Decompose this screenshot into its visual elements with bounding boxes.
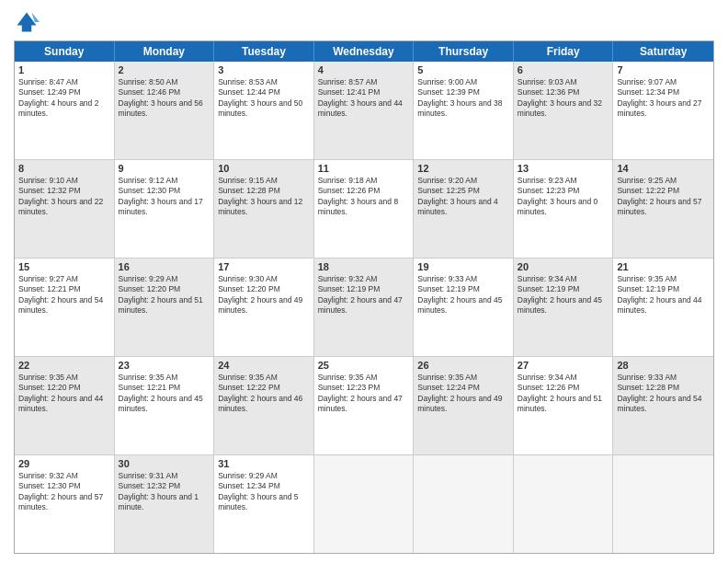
day-number: 6: [518, 64, 609, 75]
cell-info: Sunrise: 9:34 AM Sunset: 12:26 PM Daylig…: [518, 373, 609, 415]
day-cell-26: 26Sunrise: 9:35 AM Sunset: 12:24 PM Dayl…: [414, 357, 514, 454]
day-number: 21: [617, 261, 710, 272]
cell-info: Sunrise: 9:29 AM Sunset: 12:20 PM Daylig…: [119, 274, 210, 316]
cell-info: Sunrise: 8:53 AM Sunset: 12:44 PM Daylig…: [218, 77, 310, 120]
cell-info: Sunrise: 9:23 AM Sunset: 12:23 PM Daylig…: [518, 176, 609, 218]
day-cell-16: 16Sunrise: 9:29 AM Sunset: 12:20 PM Dayl…: [115, 259, 215, 356]
day-cell-9: 9Sunrise: 9:12 AM Sunset: 12:30 PM Dayli…: [115, 160, 215, 258]
day-number: 14: [617, 163, 710, 174]
day-cell-31: 31Sunrise: 9:29 AM Sunset: 12:34 PM Dayl…: [214, 455, 314, 553]
day-cell-30: 30Sunrise: 9:31 AM Sunset: 12:32 PM Dayl…: [115, 455, 215, 553]
day-number: 26: [417, 360, 509, 371]
day-cell-6: 6Sunrise: 9:03 AM Sunset: 12:36 PM Dayli…: [514, 62, 614, 159]
logo: [14, 9, 43, 35]
cell-info: Sunrise: 9:34 AM Sunset: 12:19 PM Daylig…: [518, 274, 609, 316]
day-cell-28: 28Sunrise: 9:33 AM Sunset: 12:28 PM Dayl…: [613, 357, 713, 454]
cell-info: Sunrise: 9:32 AM Sunset: 12:30 PM Daylig…: [18, 471, 110, 513]
day-number: 5: [417, 64, 509, 75]
calendar-body: 1Sunrise: 8:47 AM Sunset: 12:49 PM Dayli…: [15, 62, 713, 553]
empty-cell-4-5: [514, 455, 614, 553]
header-day-thursday: Thursday: [414, 41, 514, 62]
day-number: 24: [218, 360, 310, 371]
day-number: 17: [218, 261, 310, 272]
cell-info: Sunrise: 9:18 AM Sunset: 12:26 PM Daylig…: [318, 176, 410, 218]
header-day-sunday: Sunday: [15, 41, 115, 62]
calendar-row-4: 29Sunrise: 9:32 AM Sunset: 12:30 PM Dayl…: [15, 455, 713, 553]
cell-info: Sunrise: 8:57 AM Sunset: 12:41 PM Daylig…: [318, 77, 410, 120]
page: SundayMondayTuesdayWednesdayThursdayFrid…: [0, 0, 728, 563]
day-number: 3: [218, 64, 310, 75]
calendar-row-2: 15Sunrise: 9:27 AM Sunset: 12:21 PM Dayl…: [15, 259, 713, 357]
day-cell-13: 13Sunrise: 9:23 AM Sunset: 12:23 PM Dayl…: [514, 160, 614, 258]
day-cell-10: 10Sunrise: 9:15 AM Sunset: 12:28 PM Dayl…: [214, 160, 314, 258]
day-number: 25: [318, 360, 410, 371]
cell-info: Sunrise: 9:35 AM Sunset: 12:19 PM Daylig…: [617, 274, 710, 316]
day-number: 16: [119, 261, 210, 272]
day-number: 22: [18, 360, 110, 371]
day-cell-24: 24Sunrise: 9:35 AM Sunset: 12:22 PM Dayl…: [214, 357, 314, 454]
empty-cell-4-6: [613, 455, 713, 553]
cell-info: Sunrise: 9:20 AM Sunset: 12:25 PM Daylig…: [417, 176, 509, 218]
day-number: 18: [318, 261, 410, 272]
header-day-friday: Friday: [514, 41, 614, 62]
day-cell-23: 23Sunrise: 9:35 AM Sunset: 12:21 PM Dayl…: [115, 357, 215, 454]
empty-cell-4-3: [314, 455, 415, 553]
day-number: 23: [119, 360, 210, 371]
day-number: 31: [218, 458, 310, 469]
cell-info: Sunrise: 9:15 AM Sunset: 12:28 PM Daylig…: [218, 176, 310, 218]
header-day-wednesday: Wednesday: [314, 41, 415, 62]
day-cell-1: 1Sunrise: 8:47 AM Sunset: 12:49 PM Dayli…: [15, 62, 115, 159]
day-cell-11: 11Sunrise: 9:18 AM Sunset: 12:26 PM Dayl…: [314, 160, 415, 258]
empty-cell-4-4: [414, 455, 514, 553]
day-cell-8: 8Sunrise: 9:10 AM Sunset: 12:32 PM Dayli…: [15, 160, 115, 258]
day-number: 1: [18, 64, 110, 75]
day-cell-14: 14Sunrise: 9:25 AM Sunset: 12:22 PM Dayl…: [613, 160, 713, 258]
day-cell-7: 7Sunrise: 9:07 AM Sunset: 12:34 PM Dayli…: [613, 62, 713, 159]
calendar-row-3: 22Sunrise: 9:35 AM Sunset: 12:20 PM Dayl…: [15, 357, 713, 455]
cell-info: Sunrise: 9:33 AM Sunset: 12:28 PM Daylig…: [617, 373, 710, 415]
day-cell-21: 21Sunrise: 9:35 AM Sunset: 12:19 PM Dayl…: [613, 259, 713, 356]
cell-info: Sunrise: 9:03 AM Sunset: 12:36 PM Daylig…: [518, 77, 609, 120]
day-number: 27: [518, 360, 609, 371]
day-cell-3: 3Sunrise: 8:53 AM Sunset: 12:44 PM Dayli…: [214, 62, 314, 159]
cell-info: Sunrise: 9:35 AM Sunset: 12:22 PM Daylig…: [218, 373, 310, 415]
calendar-row-0: 1Sunrise: 8:47 AM Sunset: 12:49 PM Dayli…: [15, 62, 713, 160]
calendar-row-1: 8Sunrise: 9:10 AM Sunset: 12:32 PM Dayli…: [15, 160, 713, 259]
cell-info: Sunrise: 9:30 AM Sunset: 12:20 PM Daylig…: [218, 274, 310, 316]
cell-info: Sunrise: 9:12 AM Sunset: 12:30 PM Daylig…: [119, 176, 210, 218]
day-cell-22: 22Sunrise: 9:35 AM Sunset: 12:20 PM Dayl…: [15, 357, 115, 454]
cell-info: Sunrise: 8:47 AM Sunset: 12:49 PM Daylig…: [18, 77, 110, 120]
cell-info: Sunrise: 9:27 AM Sunset: 12:21 PM Daylig…: [18, 274, 110, 316]
day-number: 12: [417, 163, 509, 174]
day-number: 13: [518, 163, 609, 174]
day-number: 28: [617, 360, 710, 371]
cell-info: Sunrise: 9:00 AM Sunset: 12:39 PM Daylig…: [417, 77, 509, 120]
calendar-header: SundayMondayTuesdayWednesdayThursdayFrid…: [15, 41, 713, 62]
cell-info: Sunrise: 9:35 AM Sunset: 12:23 PM Daylig…: [318, 373, 410, 415]
calendar: SundayMondayTuesdayWednesdayThursdayFrid…: [14, 40, 714, 554]
day-number: 11: [318, 163, 410, 174]
cell-info: Sunrise: 9:31 AM Sunset: 12:32 PM Daylig…: [119, 471, 210, 513]
day-cell-19: 19Sunrise: 9:33 AM Sunset: 12:19 PM Dayl…: [414, 259, 514, 356]
day-cell-12: 12Sunrise: 9:20 AM Sunset: 12:25 PM Dayl…: [414, 160, 514, 258]
day-number: 9: [119, 163, 210, 174]
day-number: 4: [318, 64, 410, 75]
cell-info: Sunrise: 9:29 AM Sunset: 12:34 PM Daylig…: [218, 471, 310, 513]
day-cell-17: 17Sunrise: 9:30 AM Sunset: 12:20 PM Dayl…: [214, 259, 314, 356]
day-number: 2: [119, 64, 210, 75]
header-day-tuesday: Tuesday: [214, 41, 314, 62]
day-cell-25: 25Sunrise: 9:35 AM Sunset: 12:23 PM Dayl…: [314, 357, 415, 454]
cell-info: Sunrise: 9:25 AM Sunset: 12:22 PM Daylig…: [617, 176, 710, 218]
header-day-monday: Monday: [115, 41, 215, 62]
cell-info: Sunrise: 9:32 AM Sunset: 12:19 PM Daylig…: [318, 274, 410, 316]
cell-info: Sunrise: 9:35 AM Sunset: 12:24 PM Daylig…: [417, 373, 509, 415]
cell-info: Sunrise: 9:35 AM Sunset: 12:21 PM Daylig…: [119, 373, 210, 415]
day-cell-27: 27Sunrise: 9:34 AM Sunset: 12:26 PM Dayl…: [514, 357, 614, 454]
day-number: 10: [218, 163, 310, 174]
day-cell-15: 15Sunrise: 9:27 AM Sunset: 12:21 PM Dayl…: [15, 259, 115, 356]
day-number: 29: [18, 458, 110, 469]
cell-info: Sunrise: 8:50 AM Sunset: 12:46 PM Daylig…: [119, 77, 210, 120]
header-day-saturday: Saturday: [613, 41, 713, 62]
day-cell-5: 5Sunrise: 9:00 AM Sunset: 12:39 PM Dayli…: [414, 62, 514, 159]
cell-info: Sunrise: 9:35 AM Sunset: 12:20 PM Daylig…: [18, 373, 110, 415]
